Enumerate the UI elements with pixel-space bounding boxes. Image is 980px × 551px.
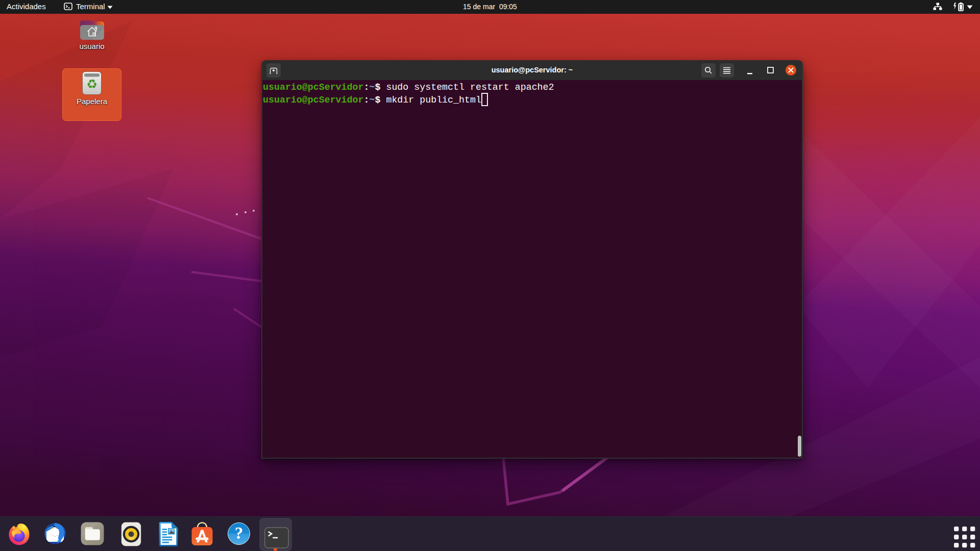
svg-text:?: ? — [235, 524, 243, 542]
svg-text:♻: ♻ — [86, 77, 97, 91]
